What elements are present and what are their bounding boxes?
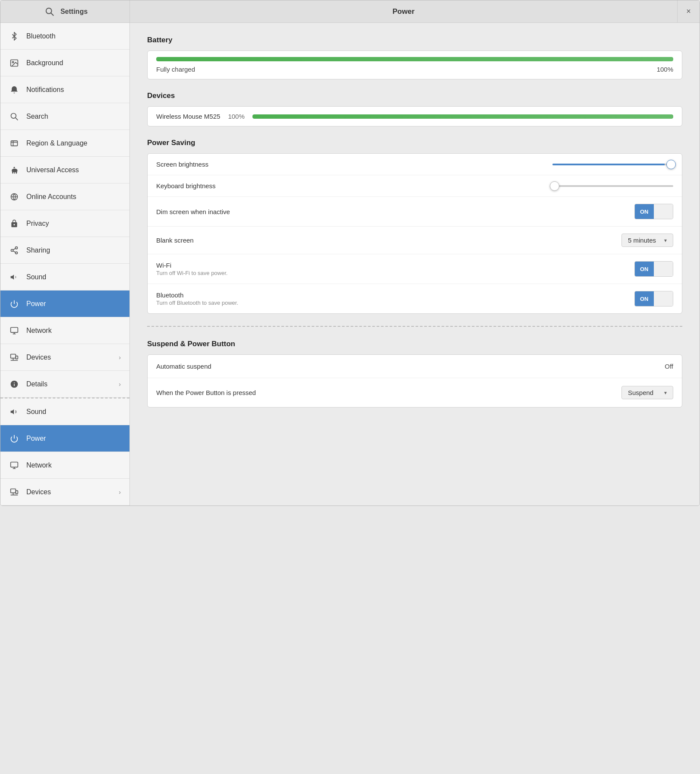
sidebar-label-power-2: Power — [26, 435, 121, 442]
sidebar-label-sharing: Sharing — [26, 246, 121, 254]
svg-rect-18 — [11, 328, 18, 333]
sidebar-label-details: Details — [26, 380, 112, 388]
sound-icon — [9, 272, 19, 281]
titlebar-search-area: Settings — [0, 0, 130, 22]
svg-rect-30 — [11, 489, 16, 493]
power-icon — [9, 299, 19, 308]
background-icon — [9, 58, 19, 67]
sidebar-item-privacy[interactable]: Privacy — [0, 210, 129, 237]
sidebar-label-network: Network — [26, 327, 121, 335]
sidebar-item-notifications[interactable]: Notifications — [0, 76, 129, 103]
sidebar-item-region[interactable]: Region & Language — [0, 130, 129, 157]
blank-screen-dropdown[interactable]: 5 minutes ▾ — [621, 234, 673, 247]
bluetooth-toggle-off — [654, 291, 673, 306]
keyboard-brightness-slider[interactable] — [552, 185, 673, 187]
svg-rect-27 — [11, 462, 18, 468]
sidebar-item-power[interactable]: Power — [0, 291, 129, 317]
screen-brightness-thumb[interactable] — [666, 160, 676, 169]
battery-status: Fully charged — [156, 66, 195, 73]
battery-card: Fully charged 100% — [147, 51, 682, 79]
sidebar-item-devices[interactable]: Devices › — [0, 344, 129, 371]
wifi-row: Wi-Fi Turn off Wi-Fi to save power. ON — [148, 254, 682, 284]
bluetooth-label-area: Bluetooth Turn off Bluetooth to save pow… — [156, 291, 634, 306]
keyboard-brightness-label: Keyboard brightness — [156, 182, 552, 190]
sidebar-item-background[interactable]: Background — [0, 50, 129, 76]
devices-icon — [9, 353, 19, 362]
details-icon — [9, 379, 19, 389]
sidebar-item-search[interactable]: Search — [0, 103, 129, 130]
sidebar-item-network[interactable]: Network — [0, 317, 129, 344]
bluetooth-control[interactable]: ON — [634, 291, 673, 306]
screen-brightness-slider[interactable] — [552, 164, 673, 165]
sidebar-item-network-2[interactable]: Network — [0, 452, 129, 479]
auto-suspend-label: Automatic suspend — [156, 363, 665, 370]
sidebar-item-online-accounts[interactable]: Online Accounts — [0, 183, 129, 210]
auto-suspend-row: Automatic suspend Off — [148, 355, 682, 378]
screen-brightness-label: Screen brightness — [156, 161, 552, 168]
sidebar-item-sound-2[interactable]: Sound — [0, 398, 129, 425]
device-bar-fill — [252, 114, 673, 119]
wifi-label: Wi-Fi — [156, 262, 634, 269]
sidebar-item-details[interactable]: Details › — [0, 371, 129, 398]
svg-point-4 — [11, 114, 16, 119]
window-title: Power — [130, 7, 677, 16]
sidebar-label-bluetooth: Bluetooth — [26, 32, 121, 40]
sidebar-item-universal[interactable]: Universal Access — [0, 157, 129, 183]
settings-label: Settings — [60, 8, 88, 16]
devices-title: Devices — [147, 92, 682, 100]
details-chevron-icon: › — [119, 381, 121, 388]
dim-screen-toggle-off — [654, 204, 673, 219]
sharing-icon — [9, 246, 19, 255]
titlebar-close-area: × — [677, 0, 700, 22]
sidebar-item-power-2[interactable]: Power — [0, 425, 129, 452]
bluetooth-sublabel: Turn off Bluetooth to save power. — [156, 300, 634, 306]
search-button[interactable] — [42, 4, 57, 19]
blank-screen-row: Blank screen 5 minutes ▾ — [148, 227, 682, 254]
sidebar-label-search: Search — [26, 113, 121, 120]
devices-chevron-icon-2: › — [119, 489, 121, 496]
settings-window: Settings Power × Bluetooth — [0, 0, 700, 506]
sidebar-label-sound-2: Sound — [26, 408, 121, 416]
bluetooth-row-label: Bluetooth — [156, 291, 634, 299]
sidebar-label-region: Region & Language — [26, 139, 121, 147]
sound-icon-2 — [9, 407, 19, 416]
auto-suspend-state: Off — [665, 363, 673, 370]
svg-marker-16 — [11, 275, 14, 280]
sidebar-item-devices-2[interactable]: Devices › — [0, 479, 129, 505]
power-button-control: Suspend ▾ — [621, 386, 673, 399]
close-button[interactable]: × — [683, 5, 694, 18]
power-button-row: When the Power Button is pressed Suspend… — [148, 378, 682, 407]
sidebar-item-bluetooth[interactable]: Bluetooth — [0, 23, 129, 50]
sidebar-label-devices: Devices — [26, 354, 112, 361]
dim-screen-control[interactable]: ON — [634, 204, 673, 219]
suspend-section: Suspend & Power Button Automatic suspend… — [147, 340, 682, 408]
auto-suspend-value: Off — [665, 363, 673, 370]
dim-screen-toggle[interactable]: ON — [634, 204, 673, 219]
battery-title: Battery — [147, 36, 682, 44]
sidebar-label-notifications: Notifications — [26, 86, 121, 94]
battery-section: Battery Fully charged 100% — [147, 36, 682, 79]
device-bar-bg — [252, 114, 673, 119]
wifi-toggle[interactable]: ON — [634, 261, 673, 277]
wifi-control[interactable]: ON — [634, 261, 673, 277]
power-button-dropdown[interactable]: Suspend ▾ — [621, 386, 673, 399]
screen-brightness-row: Screen brightness — [148, 154, 682, 175]
network-icon — [9, 326, 19, 335]
svg-point-9 — [13, 167, 15, 168]
second-panel: Suspend & Power Button Automatic suspend… — [147, 326, 682, 408]
blank-screen-control: 5 minutes ▾ — [621, 234, 673, 247]
keyboard-brightness-thumb[interactable] — [550, 181, 559, 191]
devices-chevron-icon: › — [119, 354, 121, 361]
sidebar-label-online: Online Accounts — [26, 193, 121, 201]
bluetooth-toggle[interactable]: ON — [634, 291, 673, 306]
keyboard-brightness-control — [552, 185, 673, 187]
svg-line-1 — [51, 13, 54, 16]
blank-screen-label: Blank screen — [156, 237, 621, 244]
titlebar: Settings Power × — [0, 0, 700, 23]
sidebar-item-sound[interactable]: Sound — [0, 264, 129, 291]
sidebar-item-sharing[interactable]: Sharing — [0, 237, 129, 264]
bluetooth-toggle-on: ON — [635, 291, 654, 306]
power-button-value: Suspend — [628, 389, 653, 396]
svg-rect-31 — [16, 491, 18, 494]
battery-bar-fill — [156, 57, 673, 61]
